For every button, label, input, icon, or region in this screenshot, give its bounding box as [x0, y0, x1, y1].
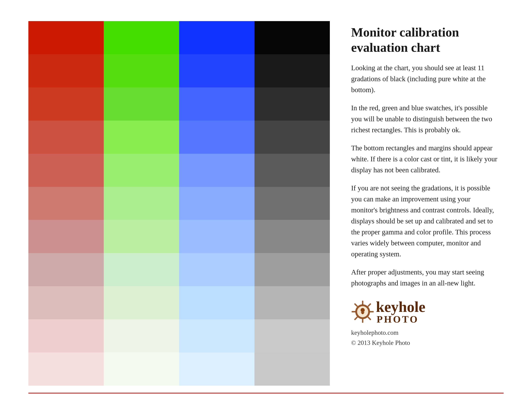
blue-swatch-2: [179, 87, 255, 121]
green-swatch-10: [104, 353, 179, 386]
gray-swatch-0: [255, 21, 330, 54]
red-swatch-9: [28, 319, 104, 353]
green-swatch-8: [104, 286, 179, 319]
green-swatch-1: [104, 54, 179, 87]
logo-credits: keyholephoto.com © 2013 Keyhole Photo: [351, 328, 410, 348]
gray-swatch-3: [255, 121, 330, 154]
blue-swatch-9: [179, 319, 255, 353]
green-swatch-4: [104, 154, 179, 187]
red-swatch-8: [28, 286, 104, 319]
paragraph-2: The bottom rectangles and margins should…: [351, 142, 498, 176]
green-swatch-6: [104, 220, 179, 253]
blue-swatch-3: [179, 121, 255, 154]
svg-rect-4: [354, 303, 358, 307]
logo-keyhole-text: keyhole: [376, 299, 425, 314]
red-swatch-0: [28, 21, 104, 54]
green-swatch-2: [104, 87, 179, 121]
paragraph-4: After proper adjustments, you may start …: [351, 267, 498, 289]
copyright-credit: © 2013 Keyhole Photo: [351, 338, 410, 348]
red-swatch-6: [28, 220, 104, 253]
gray-swatch-10: [255, 353, 330, 386]
svg-rect-0: [362, 300, 363, 305]
keyhole-logo-icon: [351, 300, 374, 323]
blue-swatch-4: [179, 154, 255, 187]
logo-area: keyhole PHOTO keyholephoto.com © 2013 Ke…: [351, 299, 498, 348]
green-swatch-7: [104, 253, 179, 286]
website-credit: keyholephoto.com: [351, 328, 410, 338]
red-swatch-2: [28, 87, 104, 121]
gray-swatch-7: [255, 253, 330, 286]
red-swatch-4: [28, 154, 104, 187]
paragraph-1: In the red, green and blue swatches, it'…: [351, 103, 498, 135]
red-swatch-10: [28, 353, 104, 386]
blue-swatch-6: [179, 220, 255, 253]
paragraph-0: Looking at the chart, you should see at …: [351, 62, 498, 95]
red-swatch-7: [28, 253, 104, 286]
chart-area: [28, 21, 330, 386]
blue-swatch-1: [179, 54, 255, 87]
svg-rect-5: [367, 303, 371, 307]
blue-swatch-5: [179, 187, 255, 220]
red-swatch-3: [28, 121, 104, 154]
green-column: [104, 21, 179, 386]
svg-rect-7: [367, 316, 371, 320]
svg-rect-1: [362, 319, 363, 323]
svg-rect-3: [370, 311, 374, 312]
blue-column: [179, 21, 255, 386]
green-swatch-5: [104, 187, 179, 220]
logo-text-group: keyhole PHOTO: [376, 299, 425, 324]
gray-column: [255, 21, 330, 386]
svg-rect-2: [352, 311, 356, 312]
gray-swatch-8: [255, 286, 330, 319]
gray-swatch-9: [255, 319, 330, 353]
gray-swatch-1: [255, 54, 330, 87]
paragraph-3: If you are not seeing the gradations, it…: [351, 183, 498, 260]
main-content: Monitor calibration evaluation chart Loo…: [28, 21, 504, 386]
blue-swatch-10: [179, 353, 255, 386]
red-swatch-1: [28, 54, 104, 87]
green-swatch-3: [104, 121, 179, 154]
blue-swatch-8: [179, 286, 255, 319]
gray-swatch-2: [255, 87, 330, 121]
svg-point-10: [361, 308, 365, 312]
chart-title: Monitor calibration evaluation chart: [351, 25, 498, 55]
blue-swatch-0: [179, 21, 255, 54]
svg-rect-6: [354, 316, 358, 320]
green-swatch-9: [104, 319, 179, 353]
logo-photo-text: PHOTO: [377, 314, 425, 324]
gray-swatch-5: [255, 187, 330, 220]
gray-swatch-4: [255, 154, 330, 187]
page: Monitor calibration evaluation chart Loo…: [18, 10, 514, 401]
info-panel: Monitor calibration evaluation chart Loo…: [341, 21, 504, 386]
red-swatch-5: [28, 187, 104, 220]
bottom-rule: [28, 393, 504, 393]
red-column: [28, 21, 104, 386]
green-swatch-0: [104, 21, 179, 54]
logo-container: keyhole PHOTO: [351, 299, 425, 324]
gray-swatch-6: [255, 220, 330, 253]
blue-swatch-7: [179, 253, 255, 286]
